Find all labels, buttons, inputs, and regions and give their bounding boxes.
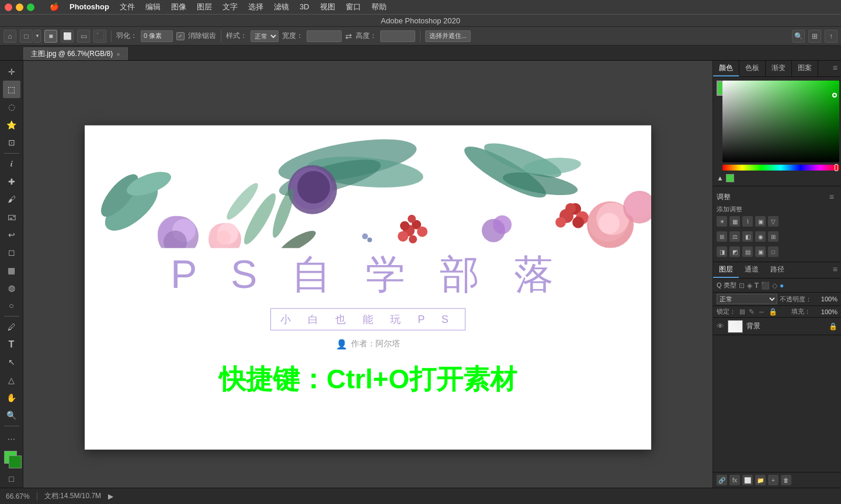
menu-select[interactable]: 选择	[244, 0, 268, 14]
add-fx-icon[interactable]: fx	[729, 475, 740, 485]
solid-rect-icon[interactable]: ■	[44, 30, 57, 43]
tab-swatches[interactable]: 色板	[739, 61, 766, 77]
tab-layers[interactable]: 图层	[713, 262, 739, 278]
magic-wand-tool[interactable]: ⭐	[3, 116, 20, 133]
brightness-icon[interactable]: ☀	[717, 216, 727, 227]
layers-panel-menu[interactable]: ≡	[829, 262, 841, 278]
delete-layer-icon[interactable]: 🗑	[781, 475, 791, 485]
apple-menu[interactable]: 🍎	[45, 0, 64, 14]
new-group-icon[interactable]: 📁	[755, 475, 766, 485]
hand-tool[interactable]: ✋	[3, 389, 20, 406]
hue-icon[interactable]: ▽	[768, 216, 779, 227]
tab-close-button[interactable]: ×	[116, 51, 120, 58]
lasso-tool[interactable]: ◌	[3, 99, 20, 116]
tab-pattern[interactable]: 图案	[792, 61, 818, 77]
frame3-icon[interactable]: ⬛	[93, 30, 106, 43]
photo-filter-icon[interactable]: ◉	[755, 231, 766, 242]
marquee-tool[interactable]: ⬚	[3, 81, 20, 98]
heal-tool[interactable]: ✚	[3, 173, 20, 190]
spectrum-cursor[interactable]	[832, 93, 837, 98]
adj-panel-menu[interactable]: ≡	[826, 190, 837, 204]
add-mask-icon[interactable]: ⬜	[742, 475, 753, 485]
home-icon[interactable]: ⌂	[4, 30, 16, 43]
swap-icon[interactable]: ⇄	[345, 32, 352, 41]
poster-icon[interactable]: ◩	[729, 246, 740, 257]
menu-layer[interactable]: 图层	[192, 0, 217, 14]
layer-item-background[interactable]: 👁 背景 🔒	[713, 318, 841, 335]
menu-view[interactable]: 视图	[315, 0, 340, 14]
levels-icon[interactable]: ▦	[729, 216, 740, 227]
shape-tool[interactable]: △	[3, 371, 20, 388]
menu-text[interactable]: 文字	[218, 0, 242, 14]
exposure-icon[interactable]: ▣	[755, 216, 766, 227]
marquee-rect-icon[interactable]: □	[20, 30, 33, 43]
new-layer-icon[interactable]: +	[768, 475, 779, 485]
feather-input[interactable]	[141, 30, 173, 42]
blend-mode-select[interactable]: 正常	[717, 294, 777, 304]
menu-edit[interactable]: 编辑	[141, 0, 165, 14]
text-filter-icon[interactable]: T	[755, 281, 759, 290]
lock-move-icon[interactable]: ✎	[749, 308, 755, 316]
layout-icon[interactable]: ⊞	[808, 30, 821, 43]
menu-window[interactable]: 窗口	[341, 0, 366, 14]
menu-image[interactable]: 图像	[166, 0, 191, 14]
pixel-filter-icon[interactable]: ⊡	[739, 281, 745, 290]
move-tool[interactable]: ✛	[3, 63, 20, 80]
more-tools[interactable]: …	[3, 428, 20, 445]
tab-gradient[interactable]: 渐变	[766, 61, 792, 77]
document-tab[interactable]: 主图.jpg @ 66.7%(RGB/8) ×	[23, 47, 128, 60]
height-input[interactable]	[380, 30, 415, 42]
gradient-map-icon[interactable]: ▣	[755, 246, 766, 257]
text-tool[interactable]: T	[3, 336, 20, 353]
color-swatch-area[interactable]	[2, 449, 22, 468]
minimize-button[interactable]	[16, 4, 23, 11]
search-icon[interactable]: 🔍	[792, 30, 805, 43]
hue-cursor[interactable]	[835, 164, 838, 171]
blur-tool[interactable]: ◍	[3, 279, 20, 296]
share-icon[interactable]: ↑	[825, 30, 837, 43]
quick-mask-button[interactable]: □	[3, 471, 20, 488]
menu-3d[interactable]: 3D	[295, 0, 314, 14]
stamp-tool[interactable]: 🖃	[3, 208, 20, 225]
frame2-icon[interactable]: ▭	[77, 30, 90, 43]
tab-paths[interactable]: 路径	[764, 262, 790, 278]
adjust-filter-icon[interactable]: ◈	[747, 281, 752, 290]
curves-icon[interactable]: ⌇	[742, 216, 753, 227]
invert-icon[interactable]: ◨	[717, 246, 727, 257]
tab-channels[interactable]: 通道	[739, 262, 764, 278]
anti-alias-checkbox[interactable]: ✓	[176, 32, 185, 40]
eyedropper-tool[interactable]: 𝒊	[3, 155, 20, 172]
menu-file[interactable]: 文件	[115, 0, 140, 14]
expand-arrow[interactable]: ▶	[108, 492, 113, 500]
width-input[interactable]	[307, 30, 342, 42]
hue-bar[interactable]	[722, 165, 839, 171]
color-panel-menu[interactable]: ≡	[829, 61, 841, 77]
layer-visibility-icon[interactable]: 👁	[717, 322, 724, 331]
shape-filter-icon[interactable]: ⬛	[761, 281, 770, 290]
select-mask-button[interactable]: 选择并遮住...	[425, 30, 471, 42]
gradient-tool[interactable]: ▦	[3, 262, 20, 279]
style-select[interactable]: 正常	[251, 30, 279, 42]
channel-mix-icon[interactable]: ⊞	[768, 231, 779, 242]
background-color[interactable]	[9, 456, 22, 468]
close-button[interactable]	[5, 4, 12, 11]
eraser-tool[interactable]: ◻	[3, 244, 20, 261]
history-brush[interactable]: ↩	[3, 226, 20, 243]
path-select-tool[interactable]: ↖	[3, 354, 20, 371]
color-spectrum[interactable]	[722, 81, 839, 162]
menu-filter[interactable]: 滤镜	[269, 0, 294, 14]
lock-artboard-icon[interactable]: ↔	[758, 308, 765, 316]
selective-color-icon[interactable]: □	[768, 246, 779, 257]
tab-color[interactable]: 颜色	[713, 61, 739, 77]
bw-icon[interactable]: ◧	[742, 231, 753, 242]
menu-help[interactable]: 帮助	[367, 0, 391, 14]
add-link-icon[interactable]: 🔗	[717, 475, 727, 485]
lock-pixels-icon[interactable]: ⊠	[739, 308, 745, 316]
maximize-button[interactable]	[27, 4, 34, 11]
pen-tool[interactable]: 🖊	[3, 318, 20, 335]
toggle-filter-icon[interactable]: ●	[780, 281, 784, 290]
smart-filter-icon[interactable]: ◇	[772, 281, 777, 290]
menu-photoshop[interactable]: Photoshop	[65, 0, 114, 14]
threshold-icon[interactable]: ▤	[742, 246, 753, 257]
lock-all-icon[interactable]: 🔒	[769, 308, 777, 316]
